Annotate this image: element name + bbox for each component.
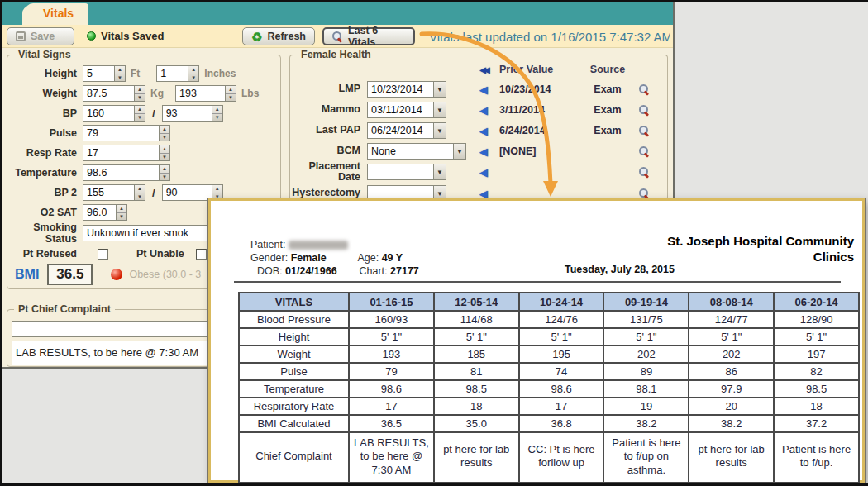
smoking-status-value: Unknown if ever smok bbox=[83, 226, 221, 241]
vitals-table-header-cell: 12-05-14 bbox=[434, 293, 519, 311]
pt-unable-checkbox[interactable] bbox=[196, 249, 207, 260]
hysterectomy-history-magnifier-icon[interactable] bbox=[639, 188, 650, 199]
vitals-cell: 202 bbox=[603, 345, 689, 363]
copy-prior-arrow-icon[interactable]: ◀ bbox=[468, 166, 499, 179]
vitals-history-table: VITALS01-16-1512-05-1410-24-1409-19-1408… bbox=[238, 292, 860, 484]
bp-diastolic-spinner[interactable]: ▲▼ bbox=[212, 106, 222, 121]
copy-prior-arrow-icon[interactable]: ◀ bbox=[468, 104, 499, 117]
chart-label: Chart: bbox=[360, 265, 388, 277]
height-label: Height bbox=[0, 68, 83, 79]
weight-label: Weight bbox=[0, 88, 83, 99]
o2sat-spinner[interactable]: ▲▼ bbox=[116, 205, 126, 220]
vitals-table-header-cell: 08-08-14 bbox=[689, 293, 774, 311]
last-pap-value: 06/24/2014 bbox=[368, 123, 433, 138]
o2sat-input[interactable]: 96.0 ▲▼ bbox=[83, 204, 127, 221]
dropdown-arrow-icon[interactable]: ▼ bbox=[433, 102, 446, 117]
weight-kg-input[interactable]: 87.5 ▲▼ bbox=[83, 85, 145, 102]
vitals-table-header-cell: VITALS bbox=[239, 293, 349, 311]
dropdown-arrow-icon[interactable]: ▼ bbox=[453, 144, 465, 159]
temperature-spinner[interactable]: ▲▼ bbox=[159, 165, 169, 180]
smoking-status-dropdown[interactable]: Unknown if ever smok bbox=[83, 225, 222, 241]
vitals-cell: 193 bbox=[349, 345, 434, 363]
mammo-source: Exam bbox=[584, 104, 632, 116]
last-pap-prior-value: 6/24/2014 bbox=[499, 125, 584, 136]
lmp-prior-value: 10/23/2014 bbox=[499, 83, 584, 95]
bp-systolic-input[interactable]: 160 ▲▼ bbox=[83, 105, 145, 122]
vitals-row-label: Temperature bbox=[239, 380, 349, 398]
weight-lbs-input[interactable]: 193 ▲▼ bbox=[175, 85, 236, 102]
mammo-row: Mammo 03/11/2014 ▼ ◀ 3/11/2014 Exam bbox=[291, 100, 656, 120]
resp-rate-input[interactable]: 17 ▲▼ bbox=[83, 145, 170, 161]
lmp-history-magnifier-icon[interactable] bbox=[639, 84, 650, 95]
vitals-cell: 82 bbox=[774, 363, 859, 380]
pulse-value: 79 bbox=[83, 126, 159, 141]
mammo-history-magnifier-icon[interactable] bbox=[639, 105, 650, 116]
last-pap-history-magnifier-icon[interactable] bbox=[639, 126, 650, 136]
vitals-cell: 195 bbox=[519, 345, 604, 363]
vitals-table-header-cell: 01-16-15 bbox=[349, 293, 434, 311]
height-ft-value: 5 bbox=[83, 66, 114, 81]
copy-prior-arrow-icon[interactable]: ◀ bbox=[468, 83, 499, 96]
save-button[interactable]: Save bbox=[7, 27, 74, 45]
titlebar: Vitals bbox=[0, 0, 673, 25]
gender-value: Female bbox=[291, 252, 355, 264]
height-ft-input[interactable]: 5 ▲▼ bbox=[83, 65, 126, 82]
dropdown-arrow-icon[interactable]: ▼ bbox=[433, 123, 446, 138]
dob-label: DOB: bbox=[257, 265, 283, 277]
vitals-row-label: Weight bbox=[239, 345, 349, 363]
vitals-cell: 124/76 bbox=[519, 311, 604, 328]
copy-all-prior-icon[interactable]: ◀◀ bbox=[468, 65, 499, 74]
height-in-input[interactable]: 1 ▲▼ bbox=[156, 65, 199, 82]
placement-date-value bbox=[368, 164, 433, 179]
pulse-input[interactable]: 79 ▲▼ bbox=[83, 125, 170, 141]
copy-prior-arrow-icon[interactable]: ◀ bbox=[468, 125, 499, 137]
vitals-table-header-cell: 09-19-14 bbox=[603, 293, 689, 311]
clinic-name: St. Joseph Hospital Community Clinics bbox=[631, 234, 854, 265]
last-6-vitals-label: Last 6 Vitals bbox=[348, 25, 405, 48]
vitals-cell: 128/90 bbox=[774, 311, 859, 328]
weight-lbs-spinner[interactable]: ▲▼ bbox=[225, 86, 236, 101]
pt-refused-checkbox[interactable] bbox=[98, 249, 108, 260]
bp-label: BP bbox=[0, 107, 83, 119]
bcm-dropdown[interactable]: None ▼ bbox=[367, 143, 466, 160]
refresh-button[interactable]: ♻ Refresh bbox=[242, 27, 315, 45]
bp2-systolic-input[interactable]: 155 ▲▼ bbox=[83, 184, 145, 201]
placement-date-dropdown[interactable]: ▼ bbox=[367, 164, 446, 180]
vitals-cell: 98.5 bbox=[774, 380, 859, 398]
dob-value: 01/24/1966 bbox=[285, 265, 356, 277]
vitals-cell: 36.5 bbox=[349, 415, 434, 432]
dropdown-arrow-icon[interactable]: ▼ bbox=[433, 82, 446, 97]
bp-diastolic-input[interactable]: 93 ▲▼ bbox=[162, 105, 223, 122]
weight-kg-spinner[interactable]: ▲▼ bbox=[134, 86, 145, 101]
placement-date-history-magnifier-icon[interactable] bbox=[639, 167, 650, 178]
dropdown-arrow-icon[interactable]: ▼ bbox=[433, 164, 446, 179]
lmp-dropdown[interactable]: 10/23/2014 ▼ bbox=[367, 81, 446, 98]
save-icon bbox=[16, 31, 26, 41]
temperature-input[interactable]: 98.6 ▲▼ bbox=[83, 164, 170, 181]
tab-vitals[interactable]: Vitals bbox=[25, 3, 88, 25]
o2sat-value: 96.0 bbox=[83, 205, 116, 220]
height-in-spinner[interactable]: ▲▼ bbox=[188, 66, 198, 81]
height-ft-spinner[interactable]: ▲▼ bbox=[114, 66, 125, 81]
vitals-cell: Patient is here to f/up. bbox=[774, 432, 859, 483]
header-divider bbox=[234, 281, 841, 283]
resp-rate-spinner[interactable]: ▲▼ bbox=[159, 145, 169, 160]
last-updated-text: Vitals last updated on 1/16/2015 7:47:32… bbox=[429, 30, 670, 44]
mammo-label: Mammo bbox=[291, 104, 367, 115]
vitals-cell: 19 bbox=[603, 398, 689, 415]
lbs-unit-label: Lbs bbox=[241, 88, 259, 99]
copy-prior-arrow-icon[interactable]: ◀ bbox=[468, 145, 499, 158]
mammo-prior-value: 3/11/2014 bbox=[499, 104, 584, 116]
bp-systolic-spinner[interactable]: ▲▼ bbox=[134, 106, 145, 121]
vitals-row-label: BMI Calculated bbox=[239, 415, 349, 432]
report-header: Patient: Gender: Female Age: 49 Y DOB: 0… bbox=[211, 201, 862, 284]
pulse-spinner[interactable]: ▲▼ bbox=[159, 126, 169, 141]
lmp-source: Exam bbox=[584, 83, 632, 95]
last-pap-dropdown[interactable]: 06/24/2014 ▼ bbox=[367, 122, 446, 139]
bp2-systolic-spinner[interactable]: ▲▼ bbox=[134, 185, 145, 200]
last-6-vitals-button[interactable]: Last 6 Vitals bbox=[322, 27, 415, 45]
bcm-history-magnifier-icon[interactable] bbox=[639, 146, 650, 157]
mammo-dropdown[interactable]: 03/11/2014 ▼ bbox=[367, 102, 446, 118]
save-label: Save bbox=[31, 31, 55, 42]
vitals-cell: 89 bbox=[603, 363, 689, 380]
